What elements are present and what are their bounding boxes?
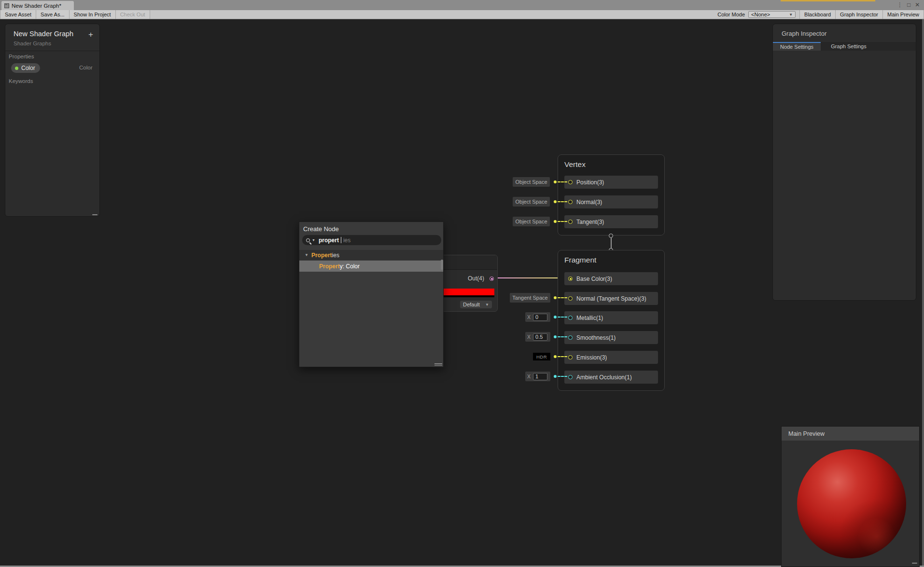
vertex-row-tangent[interactable]: Tangent(3) <box>564 215 658 228</box>
blackboard-subtitle: Shader Graphs <box>14 41 51 46</box>
color-mode-dropdown[interactable]: <None> ▼ <box>748 11 796 18</box>
search-autocomplete-ghost: ies <box>343 237 350 244</box>
normal-port-vec3[interactable] <box>568 296 573 301</box>
space-pill-object-space[interactable]: Object Space <box>513 197 550 207</box>
default-dropdown-value: Default <box>463 302 480 307</box>
result-rest-text: y: Color <box>340 263 360 270</box>
space-pill-object-space[interactable]: Object Space <box>513 217 550 226</box>
graph-inspector-panel: Graph Inspector Node Settings Graph Sett… <box>772 24 916 301</box>
smoothness-value-field[interactable]: 0.5 <box>533 333 547 341</box>
chevron-down-icon: ▼ <box>789 13 793 17</box>
dashed-connector <box>558 317 567 318</box>
color-mode-default-dropdown[interactable]: Default ▼ <box>460 301 492 308</box>
keywords-section-label: Keywords <box>9 78 33 84</box>
space-pill-tangent-space[interactable]: Tangent Space <box>510 293 550 303</box>
ambient-occlusion-default-input[interactable]: X 1 <box>525 372 550 381</box>
text-caret <box>341 237 341 243</box>
emission-port-vec3[interactable] <box>568 355 573 360</box>
row-label: Tangent(3) <box>576 219 604 225</box>
resize-handle[interactable] <box>92 214 98 215</box>
smoothness-default-input[interactable]: X 0.5 <box>525 332 550 342</box>
graph-inspector-title: Graph Inspector <box>782 30 826 37</box>
save-asset-button[interactable]: Save Asset <box>0 10 36 19</box>
ambient-occlusion-port-float[interactable] <box>568 375 573 379</box>
results-section-properties[interactable]: ▼ Properties <box>299 250 443 260</box>
save-as-button[interactable]: Save As... <box>36 10 70 19</box>
fragment-row-metallic[interactable]: Metallic(1) <box>564 311 658 324</box>
ambient-occlusion-value-field[interactable]: 1 <box>533 373 547 380</box>
metallic-default-input[interactable]: X 0 <box>525 312 550 322</box>
row-label: Position(3) <box>576 179 604 186</box>
connector-dot-icon <box>554 355 557 358</box>
dashed-connector <box>558 336 567 337</box>
property-type-label: Color <box>79 65 92 70</box>
row-label: Ambient Occlusion(1) <box>576 374 632 381</box>
fragment-node[interactable]: Fragment Base Color(3) Normal (Tangent S… <box>558 250 665 391</box>
node-search-input[interactable]: ▼ propert ies <box>302 235 441 245</box>
metallic-value-field[interactable]: 0 <box>533 314 547 321</box>
property-pill-color[interactable]: Color <box>11 63 40 73</box>
blackboard-title: New Shader Graph <box>14 30 73 38</box>
color-mode-value: <None> <box>751 12 770 17</box>
title-bar <box>0 0 924 10</box>
main-preview-header[interactable]: Main Preview <box>782 427 919 441</box>
space-pill-object-space[interactable]: Object Space <box>513 177 550 187</box>
x-axis-label: X <box>527 314 531 320</box>
main-preview-toggle-button[interactable]: Main Preview <box>883 10 924 19</box>
main-preview-panel: Main Preview <box>781 426 920 567</box>
shader-graph-window: New Shader Graph* ⋮ □ ✕ Save Asset Save … <box>0 0 924 567</box>
fragment-row-emission[interactable]: Emission(3) <box>564 351 658 364</box>
dashed-connector <box>558 201 567 202</box>
fragment-node-title: Fragment <box>564 256 596 264</box>
shader-graph-icon <box>4 3 9 8</box>
out-port-vec4[interactable] <box>490 277 494 281</box>
tangent-port-vec3[interactable] <box>568 220 573 224</box>
close-icon[interactable]: ✕ <box>915 1 920 9</box>
expander-triangle-icon[interactable]: ▼ <box>305 253 308 257</box>
normal-port-vec3[interactable] <box>568 200 573 204</box>
row-label: Emission(3) <box>576 354 607 361</box>
maximize-icon[interactable]: □ <box>907 1 910 9</box>
vertex-row-normal[interactable]: Normal(3) <box>564 195 658 208</box>
color-swatch-red[interactable] <box>435 289 494 295</box>
check-out-button: Check Out <box>116 10 150 19</box>
fragment-row-smoothness[interactable]: Smoothness(1) <box>564 331 658 344</box>
blackboard-toggle-button[interactable]: Blackboard <box>799 10 836 19</box>
vertex-row-position[interactable]: Position(3) <box>564 176 658 189</box>
divider <box>5 51 99 51</box>
smoothness-port-float[interactable] <box>568 335 573 340</box>
section-rest-text: ies <box>332 252 339 259</box>
x-axis-label: X <box>527 373 531 379</box>
show-in-project-button[interactable]: Show In Project <box>70 10 116 19</box>
connector-dot-icon <box>554 200 557 203</box>
metallic-port-float[interactable] <box>568 316 573 320</box>
dashed-connector <box>558 297 567 298</box>
kebab-menu-icon[interactable]: ⋮ <box>897 1 903 9</box>
connector-dot-icon <box>554 220 557 223</box>
dashed-connector <box>558 221 567 222</box>
fragment-row-ambient-occlusion[interactable]: Ambient Occlusion(1) <box>564 371 658 384</box>
preview-sphere[interactable] <box>797 449 906 558</box>
background-window-strip <box>781 0 875 1</box>
popup-scrollbar-thumb[interactable] <box>441 260 443 270</box>
document-tab[interactable]: New Shader Graph* <box>1 1 74 10</box>
vertex-node[interactable]: Vertex Position(3) Normal(3) Tangent(3) <box>558 154 665 235</box>
fragment-row-normal[interactable]: Normal (Tangent Space)(3) <box>564 292 658 305</box>
tab-node-settings[interactable]: Node Settings <box>773 42 821 51</box>
graph-inspector-toggle-button[interactable]: Graph Inspector <box>836 10 883 19</box>
window-controls: ⋮ □ ✕ <box>897 1 920 9</box>
connector-dot-icon <box>554 296 557 299</box>
base-color-port-vec3-connected[interactable] <box>568 277 573 281</box>
color-property-node[interactable]: Out(4) Default ▼ <box>434 255 498 312</box>
resize-handle[interactable] <box>912 563 917 564</box>
add-property-button[interactable]: + <box>88 30 93 40</box>
popup-resize-handle[interactable] <box>434 363 442 366</box>
fragment-row-base-color[interactable]: Base Color(3) <box>564 272 658 285</box>
color-mode-label: Color Mode <box>717 10 748 19</box>
chevron-down-icon: ▼ <box>485 303 489 307</box>
tab-graph-settings[interactable]: Graph Settings <box>821 42 877 51</box>
result-item-property-color[interactable]: Property: Color <box>299 261 443 272</box>
position-port-vec3[interactable] <box>568 180 573 184</box>
emission-hdr-swatch[interactable]: HDR <box>533 353 550 360</box>
search-scope-chevron-icon[interactable]: ▼ <box>312 238 315 242</box>
